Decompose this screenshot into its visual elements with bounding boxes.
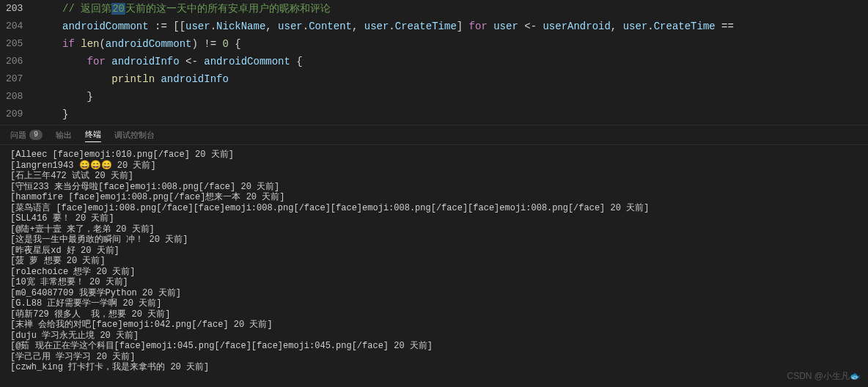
terminal-line: [菜鸟语言 [face]emoji:008.png[/face][face]em…: [10, 203, 858, 214]
panel-tab-终端[interactable]: 终端: [85, 128, 101, 142]
panel-tab-label: 调试控制台: [114, 130, 155, 141]
panel-tab-label: 问题: [10, 130, 26, 141]
terminal-line: [SLL416 要！ 20 天前]: [10, 213, 858, 224]
terminal-line: [石上三年472 试试 20 天前]: [10, 171, 858, 182]
terminal-line: [m0_64087709 我要学Python 20 天前]: [10, 288, 858, 299]
panel-tab-调试控制台[interactable]: 调试控制台: [114, 128, 155, 142]
terminal-line: [萌新729 很多人 我，想要 20 天前]: [10, 309, 858, 320]
code-line[interactable]: }: [37, 106, 862, 123]
code-line[interactable]: if len(androidCommont) != 0 {: [37, 35, 862, 53]
terminal-line: [Alleec [face]emoji:010.png[/face] 20 天前…: [10, 150, 858, 161]
code-line[interactable]: }: [37, 88, 862, 106]
terminal-line: [@陆+壹十壹 来了，老弟 20 天前]: [10, 224, 858, 235]
line-number: 205: [6, 35, 23, 53]
terminal-line: [G.L88 正好需要学一学啊 20 天前]: [10, 298, 858, 309]
terminal-line: [10宽 非常想要！ 20 天前]: [10, 277, 858, 288]
line-number: 206: [6, 53, 23, 70]
code-line[interactable]: // 返回第20天前的这一天中的所有安卓用户的昵称和评论: [37, 0, 862, 18]
terminal-line: [菠 萝 想要 20 天前]: [10, 256, 858, 267]
terminal-line: [rolechoice 想学 20 天前]: [10, 267, 858, 278]
terminal-line: [langren1943 😄😄😄 20 天前]: [10, 161, 858, 172]
terminal-line: [@茹 现在正在学这个科目[face]emoji:045.png[/face][…: [10, 341, 858, 352]
code-line[interactable]: println androidInfo: [37, 70, 862, 88]
terminal-line: [守恒233 来当分母啦[face]emoji:008.png[/face] 2…: [10, 182, 858, 193]
terminal-line: [hanmofire [face]emoji:008.png[/face]想来一…: [10, 192, 858, 203]
code-editor[interactable]: 203204205206207208209 // 返回第20天前的这一天中的所有…: [0, 0, 868, 125]
panel-tab-label: 终端: [85, 129, 101, 140]
terminal-line: [czwh_king 打卡打卡，我是来拿书的 20 天前]: [10, 362, 858, 372]
problems-badge: 9: [29, 130, 43, 140]
code-line[interactable]: androidCommont := [[user.NickName, user.…: [37, 18, 862, 35]
terminal-panel[interactable]: [Alleec [face]emoji:010.png[/face] 20 天前…: [0, 145, 868, 372]
panel-tab-bar: 问题9输出终端调试控制台: [0, 125, 868, 145]
terminal-line: [学己己用 学习学习 20 天前]: [10, 352, 858, 363]
terminal-line: [末禅 会给我的对吧[face]emoji:042.png[/face] 20 …: [10, 320, 858, 331]
line-number: 204: [6, 18, 23, 35]
line-number-gutter: 203204205206207208209: [0, 0, 32, 125]
watermark: CSDN @小生凡🐟: [787, 370, 861, 383]
panel-tab-问题[interactable]: 问题9: [10, 128, 43, 142]
terminal-line: [昨夜星辰xd 好 20 天前]: [10, 246, 858, 257]
terminal-line: [duju 学习永无止境 20 天前]: [10, 331, 858, 342]
terminal-line: [这是我一生中最勇敢的瞬间 冲！ 20 天前]: [10, 235, 858, 246]
line-number: 209: [6, 106, 23, 123]
panel-tab-label: 输出: [56, 130, 72, 141]
code-line[interactable]: for androidInfo <- androidCommont {: [37, 53, 862, 70]
line-number: 208: [6, 88, 23, 106]
line-number: 207: [6, 70, 23, 88]
code-content[interactable]: // 返回第20天前的这一天中的所有安卓用户的昵称和评论 androidComm…: [32, 0, 868, 125]
line-number: 203: [6, 0, 23, 18]
panel-tab-输出[interactable]: 输出: [56, 128, 72, 142]
